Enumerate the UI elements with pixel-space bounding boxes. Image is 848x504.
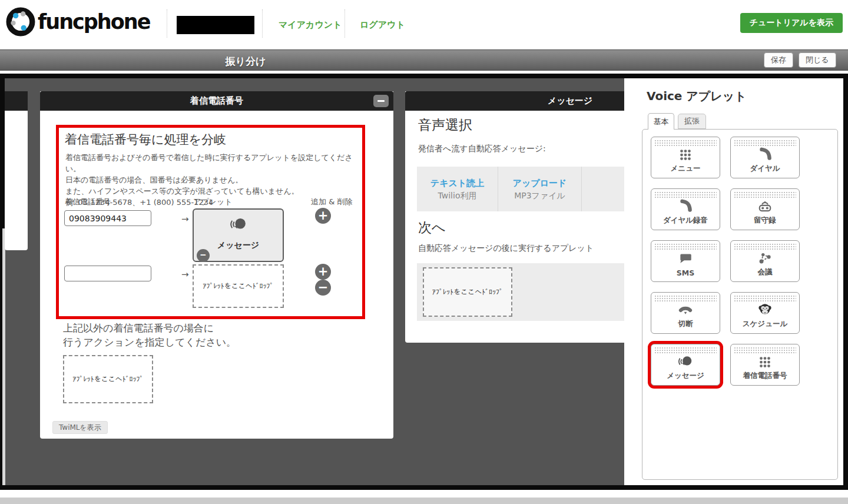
description-line: 着信電話番号およびその番号で着信した時に実行するアプレットを設定してください。 bbox=[65, 152, 362, 174]
applet-grid: メニュー ダイヤル ダイヤル録音 bbox=[642, 129, 838, 480]
applet-drop-zone[interactable]: ｱﾌﾟﾚｯﾄをここへﾄﾞﾛｯﾌﾟ bbox=[193, 264, 284, 308]
next-heading: 次へ bbox=[418, 218, 446, 237]
header-divider bbox=[167, 9, 167, 38]
drop-zone-text: ｱﾌﾟﾚｯﾄをここへﾄﾞﾛｯﾌﾟ bbox=[432, 288, 503, 296]
applet-tile-menu[interactable]: メニュー bbox=[651, 137, 720, 178]
collapse-minus-button[interactable] bbox=[373, 95, 389, 107]
drag-dots bbox=[734, 191, 796, 198]
drag-dots bbox=[654, 295, 717, 302]
next-applet-drop-zone[interactable]: ｱﾌﾟﾚｯﾄをここへﾄﾞﾛｯﾌﾟ bbox=[423, 267, 512, 317]
applet-tile-message[interactable]: メッセージ bbox=[651, 344, 720, 386]
drop-zone-text: ｱﾌﾟﾚｯﾄをここへﾄﾞﾛｯﾌﾟ bbox=[73, 375, 144, 383]
applet-tile-hangup[interactable]: 切断 bbox=[651, 292, 720, 334]
top-header: funcphone マイアカウント ログアウト チュートリアルを表示 bbox=[0, 0, 848, 49]
red-highlight-box: 着信電話番号毎に処理を分岐 着信電話番号およびその番号で着信した時に実行するアプ… bbox=[56, 125, 365, 319]
monkey-icon bbox=[757, 302, 773, 320]
message-applet-card[interactable]: メッセージ − bbox=[193, 208, 284, 262]
show-twiml-button[interactable]: TwiMLを表示 bbox=[52, 421, 108, 434]
drag-dots bbox=[654, 243, 717, 250]
handset-icon bbox=[678, 198, 693, 216]
voice-applet-sidebar: Voice アプレット 基本 拡張 メニュー bbox=[624, 78, 843, 485]
applet-tile-sms[interactable]: SMS bbox=[651, 240, 720, 282]
next-description: 自動応答メッセージの後に実行するアプレット bbox=[418, 243, 594, 254]
speaking-head-icon bbox=[230, 215, 247, 236]
description-line: 日本の電話番号の場合、国番号は必要ありません。 bbox=[65, 174, 362, 185]
tab-upload[interactable]: アップロード MP3ファイル bbox=[498, 167, 581, 211]
applet-tile-voicemail[interactable]: 留守録 bbox=[730, 188, 800, 230]
drop-zone-text: ｱﾌﾟﾚｯﾄをここへﾄﾞﾛｯﾌﾟ bbox=[203, 282, 274, 290]
applet-tile-schedule[interactable]: スケジュール bbox=[730, 292, 800, 334]
drag-dots bbox=[734, 243, 796, 250]
chat-bubble-icon bbox=[678, 250, 693, 268]
drag-dots bbox=[654, 347, 717, 354]
applet-tile-incoming-number[interactable]: 着信電話番号 bbox=[730, 344, 800, 386]
voice-select-description: 発信者へ流す自動応答メッセージ: bbox=[418, 144, 546, 154]
flow-arrow: → bbox=[181, 269, 189, 280]
handset-icon bbox=[757, 147, 773, 164]
voice-select-heading: 音声選択 bbox=[418, 116, 472, 134]
save-button[interactable]: 保存 bbox=[764, 52, 793, 68]
flow-arrow: → bbox=[181, 214, 189, 224]
left-scrollbar[interactable] bbox=[2, 228, 5, 485]
logout-link[interactable]: ログアウト bbox=[360, 19, 405, 31]
voice-applet-title: Voice アプレット bbox=[647, 88, 747, 104]
add-remove-label: 追加 & 削除 bbox=[311, 197, 352, 207]
add-row-button[interactable]: + bbox=[315, 208, 331, 224]
close-button[interactable]: 閉じる bbox=[799, 52, 836, 68]
drag-dots bbox=[734, 295, 796, 302]
fallback-applet-drop-zone[interactable]: ｱﾌﾟﾚｯﾄをここへﾄﾞﾛｯﾌﾟ bbox=[63, 355, 153, 403]
drag-dots bbox=[654, 140, 717, 147]
phone-number-input[interactable] bbox=[64, 210, 151, 226]
voicemail-icon bbox=[757, 198, 773, 216]
keypad-icon bbox=[678, 147, 693, 164]
redacted-account-name bbox=[177, 16, 254, 34]
branch-section-heading: 着信電話番号毎に処理を分岐 bbox=[65, 131, 226, 148]
partial-panel bbox=[5, 91, 28, 250]
drag-dots bbox=[654, 191, 717, 198]
show-tutorial-button[interactable]: チュートリアルを表示 bbox=[740, 13, 843, 33]
keypad-icon bbox=[757, 354, 773, 372]
description-line: また、ハイフンやスペース等の文字が混ざっていても構いません。 bbox=[65, 185, 362, 197]
applet-tile-dial[interactable]: ダイヤル bbox=[730, 137, 800, 178]
incoming-panel-header: 着信電話番号 bbox=[40, 91, 393, 111]
fallback-instruction: 上記以外の着信電話番号の場合に 行うアクションを指定してください。 bbox=[63, 321, 236, 349]
header-divider bbox=[344, 9, 345, 38]
phone-number-input-empty[interactable] bbox=[64, 266, 151, 281]
drag-dots bbox=[734, 140, 796, 147]
tab-text-to-speech[interactable]: テキスト読上 Twilio利用 bbox=[417, 167, 498, 211]
applet-label: アプレット bbox=[193, 197, 233, 207]
message-panel-title: メッセージ bbox=[548, 95, 592, 107]
phone-logo-icon bbox=[6, 7, 35, 37]
add-row-button[interactable]: + bbox=[315, 264, 331, 280]
phone-number-label: 着信電話番号 bbox=[65, 197, 111, 207]
speaking-head-icon bbox=[678, 354, 693, 372]
network-icon bbox=[757, 250, 773, 268]
tab-extended[interactable]: 拡張 bbox=[678, 114, 706, 129]
page-title: 振り分け bbox=[226, 55, 266, 68]
applet-tile-conference[interactable]: 会議 bbox=[730, 240, 800, 282]
my-account-link[interactable]: マイアカウント bbox=[279, 19, 342, 31]
remove-row-button[interactable]: − bbox=[315, 280, 331, 296]
editor-toolbar: 振り分け 保存 閉じる bbox=[0, 49, 848, 71]
partial-panel-header bbox=[5, 91, 28, 111]
incoming-number-panel: 着信電話番号 着信電話番号毎に処理を分岐 着信電話番号およびその番号で着信した時… bbox=[40, 91, 393, 439]
app-page: funcphone マイアカウント ログアウト チュートリアルを表示 振り分け … bbox=[0, 0, 848, 504]
horizontal-scrollbar[interactable] bbox=[0, 498, 848, 504]
applet-tile-dial-record[interactable]: ダイヤル録音 bbox=[651, 188, 720, 230]
applet-card-label: メッセージ bbox=[194, 240, 283, 251]
incoming-panel-title: 着信電話番号 bbox=[190, 95, 243, 107]
tab-basic[interactable]: 基本 bbox=[648, 113, 674, 130]
remove-applet-button[interactable]: − bbox=[197, 249, 210, 262]
funcphone-logo[interactable]: funcphone bbox=[6, 7, 150, 37]
header-divider bbox=[262, 9, 263, 38]
hangup-icon bbox=[678, 302, 693, 320]
drag-dots bbox=[734, 347, 796, 354]
logo-text: funcphone bbox=[38, 10, 150, 34]
